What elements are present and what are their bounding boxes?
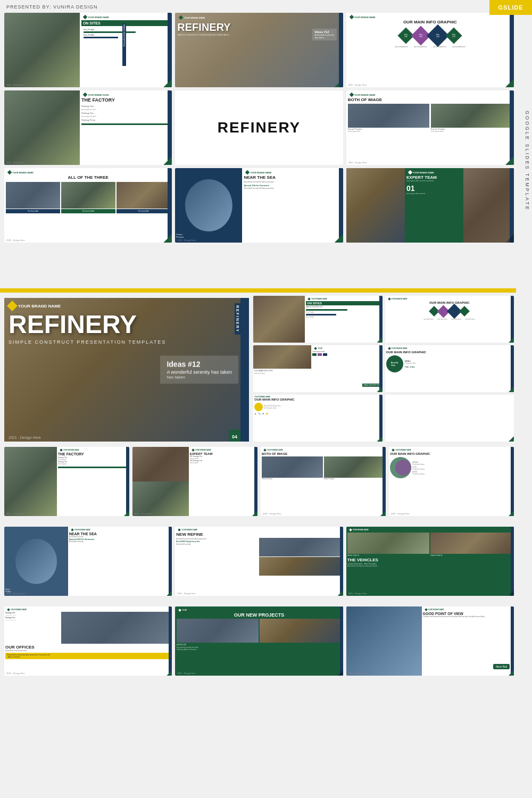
bottom-grid-row2: FutureProduct YOUR BRAND NAME NEAR THE S… [4, 527, 514, 596]
slide-footer: 2021 - Design Here [346, 591, 514, 596]
slide-footer: 2021 - Design Here [175, 238, 343, 243]
right-mini-slides: YOUR BRAND NAME ON SITES IMAGE DESCRIPTI… [253, 296, 514, 442]
slide-all-of-three[interactable]: YOUR BRAND NAME ALL OF THE THREE The Gre… [4, 168, 172, 243]
slide-expert-team[interactable]: YOUR BRAND NAME EXPERT TEAM lorem ipsum … [346, 168, 514, 243]
slide-footer: 2021 - Design Here [346, 671, 514, 676]
yellow-divider-1 [0, 288, 516, 293]
mini-filler-2[interactable] [385, 395, 514, 442]
slide-main-infographic[interactable]: YOUR BRAND NAME OUR MAIN INFO GRAPHIC Au… [346, 13, 514, 87]
slide-footer: 2021 - Design Here [4, 238, 172, 243]
side-text: GOOGLE SLIDES TEMPLATE [522, 106, 532, 215]
mini-filler-1[interactable]: YOUR BRAND NAME OUR MAIN INFO GRAPHIC Be… [253, 395, 383, 442]
corner-accent [509, 436, 514, 442]
slide-on-sites[interactable]: YOUR BRAND NAME ON SITES IMAGE DESCRIPTI… [4, 13, 172, 87]
slide-the-factory[interactable]: YOUR BRAND SLIDE THE FACTORY Strategy On… [4, 90, 172, 165]
slide-brand: YOUR BRAND NAME [177, 15, 340, 20]
slide-both-of-image[interactable]: YOUR BRAND NAME BOTH OF IMAGE Future Pro… [346, 90, 514, 165]
slide-near-sea-sm[interactable]: FutureProduct YOUR BRAND NAME NEAR THE S… [4, 527, 172, 596]
slide-offices[interactable]: YOUR BRAND NAME Strategy One lorem ipsum… [4, 606, 172, 676]
slide-both-sm[interactable]: YOUR BRAND NAME BOTH OF IMAGE Future Pro… [261, 447, 386, 516]
presenter-label: PRESENTED BY: VUNIRA DESIGN [6, 4, 98, 10]
slide-refinery-center[interactable]: REFINERY [175, 90, 343, 165]
mini-infographic-2[interactable]: YOUR BRAND NAME OUR MAIN INFO GRAPHIC Be… [385, 345, 514, 392]
slide-brand: YOUR BRAND NAME [348, 14, 512, 20]
slide-new-projects[interactable]: YOUR OUR NEW PROJECTS BOTH OF A wonderfu… [175, 606, 343, 676]
slide-footer: 2021 - Design Here [4, 511, 129, 516]
slide-footer: 2021 - Design Here [346, 160, 514, 165]
slide-refinery-title[interactable]: YOUR BRAND NAME REFINERY SIMPLE CONSTRUC… [175, 13, 343, 87]
slide-brand: YOUR BRAND NAME [81, 14, 170, 20]
slide-footer: 2021 - Design Here [4, 591, 172, 596]
slide-footer: 2021 - Design Here [346, 82, 514, 87]
slide-footer: 2021 - Design Here [175, 591, 343, 596]
slide-brand: YOUR BRAND NAME [406, 170, 462, 175]
slide-near-sea[interactable]: FutureProduct YOUR BRAND NAME NEAR THE S… [175, 168, 343, 243]
slide-expert-sm[interactable]: YOUR BRAND NAME EXPERT TEAM 001 Strategy… [132, 447, 257, 516]
mini-excavation[interactable]: EXCAVATION SITE Future Product YOUR lore… [253, 345, 383, 392]
slide-brand: YOUR BRAND NAME [348, 92, 512, 97]
bottom-grid-row3: YOUR BRAND NAME Strategy One lorem ipsum… [4, 606, 514, 676]
bottom-grid-row1: YOUR BRAND NAME THE FACTORY Strategy One… [4, 447, 514, 516]
slide-footer: 2021 - Design Here [4, 82, 172, 87]
slide-footer: 2021 - Design Here [261, 511, 386, 516]
slide-footer: 2021 - Design Here [175, 671, 343, 676]
slide-brand: YOUR BRAND NAME [6, 170, 170, 175]
slide-info-circles[interactable]: YOUR BRAND NAME OUR MAIN INFO GRAPHIC 14… [389, 447, 514, 516]
slide-footer: 2021 - Design Here [132, 511, 257, 516]
slide-footer: 2021 - Design Here [389, 511, 514, 516]
top-slides-grid: YOUR BRAND NAME ON SITES IMAGE DESCRIPTI… [4, 13, 514, 243]
mini-infographic-1[interactable]: YOUR BRAND NAME OUR MAIN INFO GRAPHIC su… [385, 296, 514, 343]
featured-slide[interactable]: YOUR BRAND NAME REFINERY SIMPLE CONSTRUC… [4, 298, 249, 442]
slide-new-refine[interactable]: YOUR BRAND NAME NEW REFINE A wonderful s… [175, 527, 343, 596]
slide-good-point[interactable]: YOUR BRAND NAME GOOD POINT OF VIEW Condi… [346, 606, 514, 676]
slide-footer: 2021 - Design Here [4, 671, 172, 676]
slide-factory-sm[interactable]: YOUR BRAND NAME THE FACTORY Strategy One… [4, 447, 129, 516]
slide-vehicles[interactable]: YOUR BRAND NAME Vehicle 1 Site #1 Vehicl… [346, 527, 514, 596]
gslide-badge: GSLIDE [489, 0, 532, 15]
slide-brand: YOUR BRAND SLIDE [81, 92, 170, 97]
meat-ball-badge: Meat Ball [493, 664, 510, 669]
slide-footer: 2021 - Design Here [4, 160, 172, 165]
mini-on-sites[interactable]: YOUR BRAND NAME ON SITES IMAGE DESCRIPTI… [253, 296, 383, 343]
slide-brand: YOUR BRAND NAME [244, 170, 341, 175]
